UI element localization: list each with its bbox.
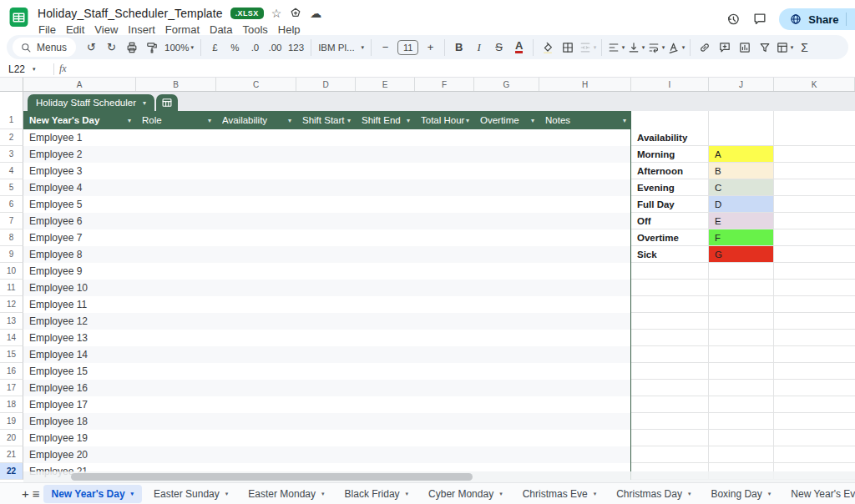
format-percent-button[interactable]: % bbox=[225, 38, 245, 58]
legend-label-cell[interactable]: Full Day bbox=[631, 196, 709, 213]
column-header-d[interactable]: D bbox=[296, 78, 356, 91]
fill-color-button[interactable] bbox=[538, 38, 557, 58]
all-sheets-button[interactable]: ≡ bbox=[33, 485, 40, 503]
sheet-tab-menu-icon[interactable]: ▾ bbox=[594, 491, 597, 497]
row-header[interactable]: 18 bbox=[0, 396, 23, 413]
cell-employee[interactable]: Employee 18 bbox=[23, 413, 631, 430]
comments-icon[interactable] bbox=[752, 12, 767, 27]
column-header-f[interactable]: F bbox=[415, 78, 474, 91]
row-header[interactable]: 15 bbox=[0, 346, 23, 363]
legend-color-cell[interactable]: F bbox=[709, 229, 774, 246]
row-header[interactable]: 7 bbox=[0, 213, 23, 229]
legend-label-cell[interactable]: Afternoon bbox=[631, 163, 709, 179]
cell[interactable] bbox=[709, 430, 774, 446]
cell-employee[interactable]: Employee 5 bbox=[23, 196, 631, 213]
cell[interactable] bbox=[631, 396, 709, 413]
legend-label-cell[interactable]: Morning bbox=[631, 146, 709, 163]
cell[interactable] bbox=[631, 280, 709, 296]
legend-color-cell[interactable]: C bbox=[709, 179, 774, 196]
header-cell-shift-end[interactable]: Shift End▾ bbox=[356, 111, 415, 129]
row-header[interactable]: 20 bbox=[0, 430, 23, 446]
add-shortcut-icon[interactable] bbox=[289, 7, 302, 20]
table-views-button[interactable]: ▾ bbox=[775, 38, 794, 58]
legend-label-cell[interactable]: Overtime bbox=[631, 229, 709, 246]
header-cell-overtime[interactable]: Overtime▾ bbox=[474, 111, 539, 129]
sheet-tab-menu-icon[interactable]: ▾ bbox=[406, 491, 409, 497]
cell[interactable] bbox=[774, 229, 855, 246]
legend-color-cell[interactable]: B bbox=[709, 163, 774, 179]
filter-dropdown-icon[interactable]: ▾ bbox=[208, 117, 211, 124]
text-rotation-button[interactable]: ▾ bbox=[666, 38, 686, 58]
cell[interactable] bbox=[709, 313, 774, 330]
cell-employee[interactable]: Employee 3 bbox=[23, 163, 631, 179]
filter-dropdown-icon[interactable]: ▾ bbox=[531, 117, 534, 124]
sheets-logo-icon[interactable] bbox=[8, 7, 29, 28]
row-header[interactable]: 12 bbox=[0, 296, 23, 313]
cell-employee[interactable]: Employee 12 bbox=[23, 313, 631, 330]
legend-color-cell[interactable]: G bbox=[709, 246, 774, 263]
row-header[interactable]: 10 bbox=[0, 263, 23, 280]
column-header-e[interactable]: E bbox=[356, 78, 415, 91]
cell-employee[interactable]: Employee 4 bbox=[23, 179, 631, 196]
filter-dropdown-icon[interactable]: ▾ bbox=[288, 117, 291, 124]
cell[interactable] bbox=[774, 380, 855, 396]
cell[interactable] bbox=[631, 413, 709, 430]
decrease-font-size-button[interactable]: − bbox=[376, 38, 395, 58]
name-box[interactable]: L22 ▾ bbox=[0, 63, 48, 75]
legend-label-cell[interactable]: Evening bbox=[631, 179, 709, 196]
table-name-chip[interactable]: Holiday Staff Scheduler ▾ bbox=[28, 94, 154, 111]
cell[interactable] bbox=[774, 313, 855, 330]
share-button[interactable]: Share ▾ bbox=[779, 8, 855, 30]
column-header-h[interactable]: H bbox=[539, 78, 631, 91]
legend-color-cell[interactable]: E bbox=[709, 213, 774, 229]
column-header-g[interactable]: G bbox=[474, 78, 539, 91]
star-icon[interactable]: ☆ bbox=[271, 8, 282, 19]
cell-employee[interactable]: Employee 6 bbox=[23, 213, 631, 229]
borders-button[interactable] bbox=[558, 38, 577, 58]
cell-employee[interactable]: Employee 13 bbox=[23, 330, 631, 346]
sheet-tab-new-years-eve[interactable]: New Year's Eve▾ bbox=[782, 485, 855, 503]
increase-decimals-button[interactable]: .00 bbox=[266, 38, 285, 58]
add-sheet-button[interactable]: + bbox=[22, 485, 29, 503]
legend-title-cell[interactable]: Availability bbox=[631, 129, 709, 146]
cell[interactable] bbox=[774, 446, 855, 463]
cell[interactable] bbox=[631, 430, 709, 446]
row-header[interactable]: 19 bbox=[0, 413, 23, 430]
row-header-selected[interactable]: 22 bbox=[0, 463, 23, 480]
cell[interactable] bbox=[631, 330, 709, 346]
cell[interactable] bbox=[631, 263, 709, 280]
cell[interactable] bbox=[631, 313, 709, 330]
functions-button[interactable]: Σ bbox=[795, 38, 814, 58]
cell-employee[interactable]: Employee 16 bbox=[23, 380, 631, 396]
cell[interactable] bbox=[709, 280, 774, 296]
text-wrapping-button[interactable]: ▾ bbox=[646, 38, 665, 58]
cell[interactable] bbox=[774, 163, 855, 179]
legend-label-cell[interactable]: Sick bbox=[631, 246, 709, 263]
row-header[interactable]: 11 bbox=[0, 280, 23, 296]
sheet-tab-menu-icon[interactable]: ▾ bbox=[688, 491, 691, 497]
cell-employee[interactable]: Employee 15 bbox=[23, 363, 631, 380]
legend-label-cell[interactable]: Off bbox=[631, 213, 709, 229]
cell-employee[interactable]: Employee 1 bbox=[23, 129, 631, 146]
sheet-tab-boxing-day[interactable]: Boxing Day▾ bbox=[702, 485, 779, 503]
header-cell-availability[interactable]: Availability▾ bbox=[216, 111, 296, 129]
header-cell-new-years-day[interactable]: New Year's Day▾ bbox=[23, 111, 136, 129]
select-all-corner[interactable] bbox=[0, 78, 23, 91]
row-header[interactable]: 6 bbox=[0, 196, 23, 213]
italic-button[interactable]: I bbox=[469, 38, 488, 58]
cell[interactable] bbox=[709, 330, 774, 346]
vertical-align-button[interactable]: ▾ bbox=[626, 38, 645, 58]
sheet-tab-menu-icon[interactable]: ▾ bbox=[499, 491, 503, 497]
cell[interactable] bbox=[709, 380, 774, 396]
column-header-j[interactable]: J bbox=[709, 78, 774, 91]
redo-button[interactable]: ↻ bbox=[102, 38, 121, 58]
sheet-tab-menu-icon[interactable]: ▾ bbox=[768, 491, 772, 497]
paint-format-button[interactable] bbox=[142, 38, 161, 58]
horizontal-scrollbar-thumb[interactable] bbox=[71, 473, 473, 481]
sheet-tab-new-years-day[interactable]: New Year's Day▾ bbox=[43, 485, 143, 503]
cell[interactable] bbox=[631, 296, 709, 313]
row-header[interactable]: 9 bbox=[0, 246, 23, 263]
cell[interactable] bbox=[774, 111, 855, 129]
version-history-icon[interactable] bbox=[726, 12, 741, 27]
increase-font-size-button[interactable]: + bbox=[421, 38, 440, 58]
